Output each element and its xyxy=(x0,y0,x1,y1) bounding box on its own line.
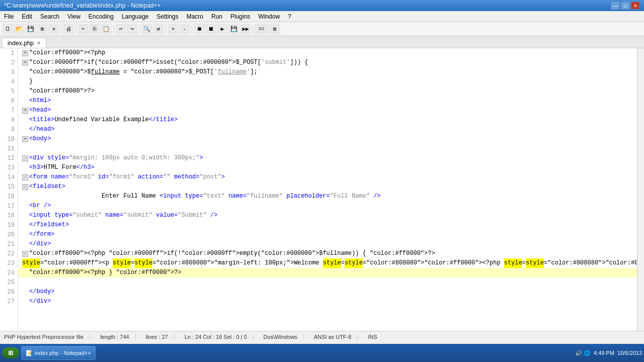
title-bar: *C:\wamp\www\undefined_variable\index.ph… xyxy=(0,0,644,11)
line-number-18: 18 xyxy=(3,211,15,220)
position-status: Ln : 24 Col : 16 Sel : 0 | 0 xyxy=(185,334,254,340)
open-button[interactable]: 📂 xyxy=(14,24,25,35)
undo-button[interactable]: ↩ xyxy=(115,24,126,35)
code-line-7[interactable]: +<head> xyxy=(18,106,637,115)
macro-run-button[interactable]: ▶▶ xyxy=(240,24,251,35)
paste-button[interactable]: 📋 xyxy=(101,24,112,35)
editor-container: 1234567891011121314151617181920212223242… xyxy=(0,48,644,331)
fold-icon-10[interactable]: + xyxy=(22,136,28,142)
code-line-12[interactable]: - <div style="margin: 100px auto 0;width… xyxy=(18,153,637,163)
copy-button[interactable]: ⎘ xyxy=(89,24,100,35)
code-line-13[interactable]: <h3>HTML Form</h3> xyxy=(18,163,637,172)
ds-button[interactable]: DS xyxy=(255,24,269,35)
tab-index-php[interactable]: index.php ✕ xyxy=(2,38,46,48)
code-line-9[interactable]: </head> xyxy=(18,125,637,134)
code-line-11[interactable] xyxy=(18,144,637,153)
fold-icon-12[interactable]: - xyxy=(22,155,28,161)
menu-settings[interactable]: Settings xyxy=(152,11,182,22)
editor-wrapper[interactable]: +"color:#ff0000"><?php+"color:#0000ff">i… xyxy=(18,48,637,331)
code-line-15[interactable]: - <fieldset> xyxy=(18,182,637,192)
redo-button[interactable]: ↪ xyxy=(127,24,138,35)
code-line-14[interactable]: - <form name="form1" id="form1" action="… xyxy=(18,172,637,182)
line-number-11: 11 xyxy=(3,144,15,153)
menu-window[interactable]: Window xyxy=(254,11,284,22)
zoom-out-button[interactable]: - xyxy=(179,24,190,35)
menu-search[interactable]: Search xyxy=(36,11,63,22)
fold-icon-14[interactable]: - xyxy=(22,174,28,180)
menu-run[interactable]: Run xyxy=(207,11,226,22)
fold-icon-2[interactable]: + xyxy=(22,60,28,66)
code-line-24[interactable]: "color:#ff0000"><?php } "color:#ff0000">… xyxy=(18,268,637,278)
code-line-2[interactable]: +"color:#0000ff">if("color:#0000ff">isse… xyxy=(18,58,637,67)
save-button[interactable]: 💾 xyxy=(25,24,36,35)
menu-plugins[interactable]: Plugins xyxy=(226,11,254,22)
save-all-button[interactable]: ⊞ xyxy=(37,24,48,35)
line-number-22: 22 xyxy=(3,249,15,258)
code-line-25[interactable] xyxy=(18,278,637,287)
code-line-1[interactable]: +"color:#ff0000"><?php xyxy=(18,48,637,58)
code-line-6[interactable]: <html> xyxy=(18,96,637,106)
zoom-in-button[interactable]: + xyxy=(168,24,179,35)
find-replace-button[interactable]: ⇄ xyxy=(153,24,164,35)
code-line-18[interactable]: <input type="submit" name="submit" value… xyxy=(18,211,637,220)
file-type-status: PHP Hypertext Preprocessor file xyxy=(4,334,90,340)
line-number-15: 15 xyxy=(3,182,15,192)
line-number-6: 6 xyxy=(3,96,15,106)
extra-button[interactable]: ⊞ xyxy=(269,24,280,35)
code-line-8[interactable]: <title>Undefined Variable Example</title… xyxy=(18,115,637,125)
window-controls: — □ ✕ xyxy=(611,2,640,10)
status-bar: PHP Hypertext Preprocessor file length :… xyxy=(0,331,644,342)
code-line-22[interactable]: - "color:#ff0000"><?php "color:#0000ff">… xyxy=(18,249,637,258)
print-button[interactable]: 🖨 xyxy=(63,24,74,35)
vertical-scrollbar[interactable] xyxy=(637,48,644,331)
code-line-19[interactable]: </fieldset> xyxy=(18,220,637,230)
line-number-12: 12 xyxy=(3,153,15,163)
menu-view[interactable]: View xyxy=(63,11,85,22)
code-line-23[interactable]: style="color:#0000ff"><p style=style="co… xyxy=(18,258,637,268)
line-number-17: 17 xyxy=(3,201,15,211)
find-button[interactable]: 🔍 xyxy=(141,24,152,35)
menu-file[interactable]: File xyxy=(0,11,18,22)
tab-close-button[interactable]: ✕ xyxy=(37,40,41,46)
line-number-10: 10 xyxy=(3,134,15,144)
menu-edit[interactable]: Edit xyxy=(18,11,36,22)
line-number-3: 3 xyxy=(3,67,15,77)
line-number-26: 26 xyxy=(3,287,15,297)
code-line-27[interactable]: </div> xyxy=(18,297,637,306)
macro-stop-button[interactable]: ⏹ xyxy=(205,24,216,35)
line-number-4: 4 xyxy=(3,77,15,86)
fold-icon-22[interactable]: - xyxy=(22,251,28,257)
cut-button[interactable]: ✂ xyxy=(77,24,89,35)
code-line-20[interactable]: </form> xyxy=(18,230,637,239)
menu-language[interactable]: Language xyxy=(118,11,152,22)
code-area[interactable]: +"color:#ff0000"><?php+"color:#0000ff">i… xyxy=(18,48,637,331)
code-line-16[interactable]: Enter Full Name <input type="text" name=… xyxy=(18,192,637,201)
encoding-status: ANSI as UTF-8 xyxy=(314,334,358,340)
code-line-21[interactable]: </div> xyxy=(18,239,637,249)
maximize-button[interactable]: □ xyxy=(621,2,630,10)
menu-help[interactable]: ? xyxy=(284,11,295,22)
menu-macro[interactable]: Macro xyxy=(183,11,207,22)
code-line-17[interactable]: <br /> xyxy=(18,201,637,211)
fold-icon-7[interactable]: + xyxy=(22,108,28,114)
code-line-4[interactable]: } xyxy=(18,77,637,86)
code-line-5[interactable]: "color:#ff0000">?> xyxy=(18,86,637,96)
code-line-10[interactable]: +<body> xyxy=(18,134,637,144)
code-line-3[interactable]: "color:#000080">$fullname = "color:#0000… xyxy=(18,67,637,77)
fold-icon-15[interactable]: - xyxy=(22,184,28,190)
separator-6 xyxy=(192,25,192,34)
macro-record-button[interactable]: ⏺ xyxy=(194,24,205,35)
close-button-toolbar[interactable]: ✕ xyxy=(48,24,59,35)
code-line-26[interactable]: </body> xyxy=(18,287,637,297)
line-number-23: 23 xyxy=(3,258,15,268)
minimize-button[interactable]: — xyxy=(611,2,620,10)
fold-icon-1[interactable]: + xyxy=(22,50,28,56)
line-number-2: 2 xyxy=(3,58,15,67)
macro-save-button[interactable]: 💾 xyxy=(228,24,239,35)
close-button[interactable]: ✕ xyxy=(631,2,640,10)
menu-encoding[interactable]: Encoding xyxy=(85,11,118,22)
tab-bar: index.php ✕ xyxy=(0,36,644,48)
macro-play-button[interactable]: ▶ xyxy=(217,24,228,35)
new-button[interactable]: 🗋 xyxy=(2,24,13,35)
line-number-8: 8 xyxy=(3,115,15,125)
